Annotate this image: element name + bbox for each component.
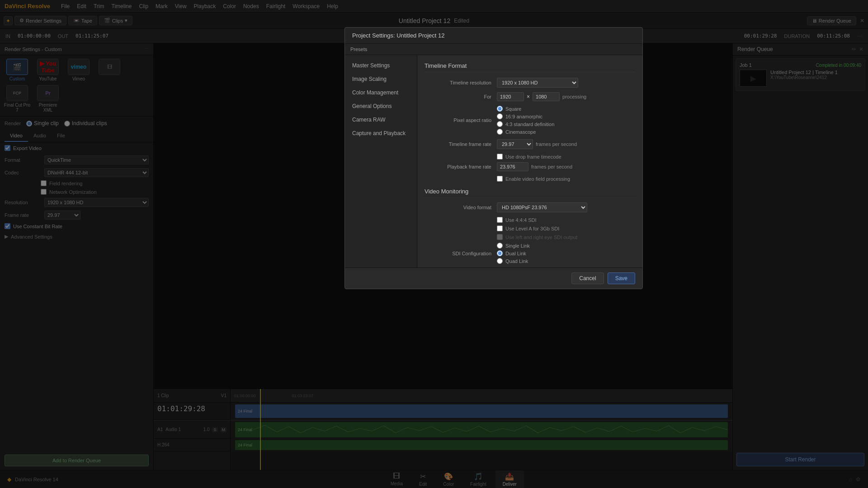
playhead[interactable] — [260, 389, 261, 470]
nav-capture-playback[interactable]: Capture and Playback — [345, 127, 417, 140]
sdi-single[interactable]: Single Link — [497, 243, 530, 249]
timecode-display-row: 01:01:29:28 — [154, 403, 230, 420]
menu-mark[interactable]: Mark — [156, 3, 168, 9]
menu-view[interactable]: View — [175, 3, 187, 9]
timeline-format-title: Timeline Format — [425, 62, 635, 72]
network-opt-row[interactable]: Network Optimization — [0, 188, 153, 196]
advanced-settings-label: Advanced Settings — [11, 234, 52, 239]
preset-custom[interactable]: 🎬 Custom — [4, 59, 31, 81]
nav-general-options[interactable]: General Options — [345, 99, 417, 113]
resolution-label: Resolution — [5, 200, 41, 205]
menu-trim[interactable]: Trim — [94, 3, 104, 9]
nav-master-settings[interactable]: Master Settings — [345, 59, 417, 72]
tab-media[interactable]: 🎞 Media — [383, 470, 410, 488]
fairlight-tab-label: Fairlight — [470, 482, 486, 487]
advanced-settings-toggle[interactable]: ▶ Advanced Settings — [0, 231, 153, 242]
premiere-label: Premiere XML — [34, 103, 61, 113]
use-444-label: Use 4:4:4 SDI — [505, 217, 536, 223]
menu-playback[interactable]: Playback — [194, 3, 216, 9]
preset-fcp7[interactable]: FCP Final Cut Pro 7 — [4, 85, 31, 113]
track-v1-label: V1 — [221, 393, 226, 398]
panel-menu-icon[interactable]: ⋯ — [144, 46, 149, 52]
menu-clip[interactable]: Clip — [139, 3, 148, 9]
tape-btn[interactable]: 📼 Tape — [68, 16, 97, 25]
resolution-dropdown[interactable]: 868 x 488 HD — [497, 78, 578, 88]
width-input[interactable] — [497, 92, 524, 101]
job-header: Job 1 Completed in 00:09:40 — [740, 62, 861, 68]
video-format-label: Video format — [425, 205, 497, 210]
playback-fps-input[interactable] — [497, 162, 528, 171]
pixel-cinemascope[interactable]: Cinemascope — [497, 129, 554, 135]
home-icon[interactable]: ⌂ — [849, 476, 852, 483]
individual-clips-radio[interactable]: Individual clips — [64, 120, 107, 127]
sdi-config-label: SDI Configuration — [425, 251, 497, 256]
tab-file[interactable]: File — [52, 130, 71, 142]
start-render-btn[interactable]: Start Render — [736, 453, 864, 466]
pixel-aspect-row: Pixel aspect ratio Square 16:9 anamorphi… — [425, 106, 635, 135]
codec-select[interactable]: DNxHR 444 12-bit — [44, 168, 149, 177]
sdi-dual[interactable]: Dual Link — [497, 250, 530, 256]
render-queue-btn[interactable]: 🖥 Render Queue — [807, 16, 856, 25]
drop-frame-row[interactable]: Use drop frame timecode — [425, 154, 635, 160]
constant-bit-rate-row[interactable]: Use Constant Bit Rate — [0, 221, 153, 231]
h264-label: H.264 — [157, 442, 170, 447]
menu-timeline[interactable]: Timeline — [112, 3, 132, 9]
nav-color-management[interactable]: Color Management — [345, 86, 417, 99]
use-level-a-row[interactable]: Use Level A for 3Gb SDI — [425, 225, 635, 231]
add-to-queue-btn[interactable]: Add to Render Queue — [5, 455, 149, 466]
export-video-row[interactable]: Export Video — [0, 142, 153, 154]
format-row: Format QuickTime — [0, 154, 153, 166]
timecode-value: 00:01:29:28 — [744, 33, 777, 39]
presets-label: Presets — [350, 47, 367, 52]
menu-edit[interactable]: Edit — [77, 3, 86, 9]
use-444-row[interactable]: Use 4:4:4 SDI — [425, 217, 635, 223]
render-settings-btn[interactable]: ⚙ Render Settings — [14, 16, 66, 25]
save-button[interactable]: Save — [608, 272, 635, 284]
dialog-footer: Cancel Save — [345, 267, 642, 289]
video-clip[interactable]: 24 Final — [235, 404, 728, 418]
field-processing-row[interactable]: Enable video field processing — [425, 176, 635, 182]
menu-color[interactable]: Color — [223, 3, 236, 9]
menu-help[interactable]: Help — [327, 3, 338, 9]
timeline-fps-select[interactable]: 29.97 — [497, 139, 533, 149]
field-rendering-row[interactable]: Field rendering — [0, 179, 153, 188]
sdi-quad[interactable]: Quad Link — [497, 258, 530, 264]
time-marker-1: 01:03:23:07 — [292, 394, 314, 398]
settings-icon[interactable]: ⚙ — [856, 476, 861, 483]
audio-clip-2[interactable]: 24 Final — [235, 440, 728, 450]
single-clip-radio[interactable]: Single clip — [26, 120, 59, 127]
tab-audio[interactable]: Audio — [28, 130, 52, 142]
tab-edit[interactable]: ✂ Edit — [412, 470, 434, 488]
nav-image-scaling[interactable]: Image Scaling — [345, 72, 417, 86]
use-left-right-row[interactable]: Use left and right eye SDI output — [425, 234, 635, 240]
nav-camera-raw[interactable]: Camera RAW — [345, 113, 417, 127]
edit-icon[interactable]: ✏ — [852, 46, 856, 52]
pixel-43[interactable]: 4:3 standard definition — [497, 121, 554, 127]
video-monitoring-title: Video Monitoring — [425, 188, 635, 198]
preset-premiere[interactable]: Pr Premiere XML — [34, 85, 61, 113]
close-icon[interactable]: ✕ — [859, 46, 863, 52]
preset-youtube[interactable]: ▶ YouTube YouTube — [34, 59, 61, 81]
frame-rate-select[interactable]: 29.97 — [44, 211, 80, 220]
more-options-icon[interactable]: ⋯ — [857, 33, 863, 39]
pixel-169[interactable]: 16:9 anamorphic — [497, 113, 554, 119]
preset-vimeo[interactable]: vimeo Vimeo — [65, 59, 92, 81]
resolution-select[interactable]: 868 x 488 HD — [44, 198, 149, 207]
audio-clip[interactable]: 24 Final — [235, 422, 728, 437]
menu-nodes[interactable]: Nodes — [243, 3, 259, 9]
format-select[interactable]: QuickTime — [44, 155, 149, 164]
preset-native[interactable]: 🎞 — [96, 59, 123, 76]
video-format-select[interactable]: HD 1080PsF 23.976 — [497, 202, 587, 212]
close-btn[interactable]: ✕ — [860, 18, 864, 24]
cancel-button[interactable]: Cancel — [571, 272, 604, 284]
tab-fairlight[interactable]: 🎵 Fairlight — [463, 470, 494, 488]
clips-btn[interactable]: 🎬 Clips ▾ — [99, 16, 132, 25]
tab-color[interactable]: 🎨 Color — [436, 470, 461, 488]
menu-workspace[interactable]: Workspace — [292, 3, 320, 9]
pixel-square[interactable]: Square — [497, 106, 554, 112]
height-input[interactable] — [533, 92, 560, 101]
menu-fairlight[interactable]: Fairlight — [266, 3, 286, 9]
menu-file[interactable]: File — [61, 3, 70, 9]
tab-deliver[interactable]: 📤 Deliver — [495, 470, 524, 488]
tab-video[interactable]: Video — [5, 130, 28, 142]
